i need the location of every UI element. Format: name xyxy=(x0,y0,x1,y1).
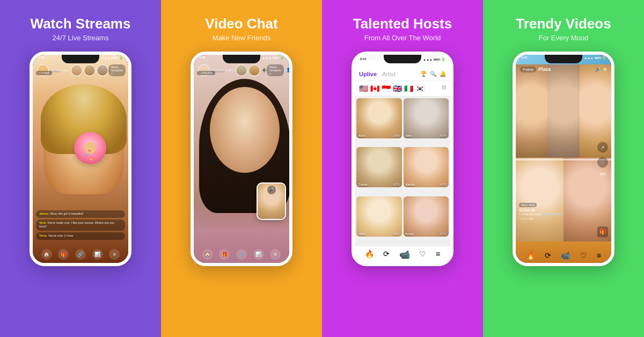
host-name-alice: Alice xyxy=(358,134,365,137)
phone2-add-icon[interactable]: ➕ xyxy=(262,68,267,72)
panel-trendy-videos: Trendy Videos For Every Mood 9 xyxy=(483,0,644,337)
phone-3-screen: 9:41 ▲▲▲ WiFi 🔋 Uplive Artist 🏆 🔍 🔔 🇺🇸 xyxy=(355,55,450,263)
phone3-header-icons: 🏆 🔍 🔔 xyxy=(420,71,446,77)
phone4-description: Loving this day! #withMyBestie xyxy=(519,213,563,216)
phone4-plaza-label: Plaza xyxy=(538,67,551,72)
panel-1-subtitle: 24/7 Live Streams xyxy=(53,34,109,42)
phone4-settings-icon[interactable]: ⚙ xyxy=(603,67,607,72)
phone-4-screen: 9:41 ▲▲▲ WiFi 🔋 Follow Plaza 🔊 ⚙ ↗ ♡ 345 xyxy=(516,55,611,263)
phone2-bottom-menu[interactable]: ≡ xyxy=(270,249,281,260)
phone-4-mockup: 9:41 ▲▲▲ WiFi 🔋 Follow Plaza 🔊 ⚙ ↗ ♡ 345 xyxy=(513,52,614,266)
phone4-side-heart[interactable]: ♡ xyxy=(597,157,608,167)
phone1-bottom-home[interactable]: 🏠 xyxy=(41,249,52,260)
phone3-nav-heart[interactable]: ♡ xyxy=(419,250,426,260)
flag-us[interactable]: 🇺🇸 xyxy=(359,84,368,93)
host-count-alex: 4376 xyxy=(440,134,447,137)
phone3-status-bar: 9:41 ▲▲▲ WiFi 🔋 xyxy=(355,56,450,61)
panel-2-title: Video Chat xyxy=(205,16,277,32)
phone3-bell-icon[interactable]: 🔔 xyxy=(440,71,446,77)
phone3-trophy-icon[interactable]: 🏆 xyxy=(420,71,427,77)
phone2-person-icon[interactable]: 👤 xyxy=(286,68,289,72)
host-name-alex: Alex xyxy=(406,134,412,137)
host-face-kristy xyxy=(404,196,449,237)
phone3-search-icon[interactable]: 🔍 xyxy=(430,71,436,77)
phone2-bottom-gift[interactable]: 🎁 xyxy=(219,249,230,260)
phone1-bottom-stats[interactable]: 📊 xyxy=(92,249,103,260)
filter-icon[interactable]: ⊟ xyxy=(442,84,446,93)
phone1-chat-overlay: James: Wow, this girl is beautiful! Vera… xyxy=(36,210,125,241)
panel-talented-hosts: Talented Hosts From All Over The World 9… xyxy=(322,0,483,337)
phone4-nav-fire[interactable]: 🔥 xyxy=(526,251,535,260)
phone2-bottom-share[interactable]: 🔗 xyxy=(236,249,247,260)
phone3-nav-fire[interactable]: 🔥 xyxy=(365,250,374,260)
phone2-more-streams[interactable]: More Streams > xyxy=(267,64,284,76)
phone4-nav-video[interactable]: 📹 xyxy=(561,251,570,260)
phone2-time: 9:41 xyxy=(199,56,206,60)
phone3-tab-uplive[interactable]: Uplive xyxy=(359,71,377,77)
phone4-side-share[interactable]: ↗ xyxy=(597,142,608,152)
panel-4-subtitle: For Every Mood xyxy=(539,34,588,42)
host-name-haley: Haley xyxy=(358,232,367,236)
phone4-gift-icon[interactable]: 🎁 xyxy=(597,226,608,237)
flag-gb[interactable]: 🇬🇧 xyxy=(393,84,402,93)
phone4-nav-menu[interactable]: ≡ xyxy=(597,251,601,260)
phone4-username[interactable]: @Zoe_kk xyxy=(519,208,563,212)
phone1-viewer-avatar-1 xyxy=(71,64,83,76)
phone3-nav-menu[interactable]: ≡ xyxy=(436,250,440,260)
phone4-nav-heart[interactable]: ♡ xyxy=(580,251,587,260)
panel-1-title: Watch Streams xyxy=(31,16,131,32)
phone4-volume-icon[interactable]: 🔊 xyxy=(595,67,601,72)
panel-video-chat: Video Chat Make New Friends 9:41 ▲▲▲ WiF… xyxy=(161,0,322,337)
flag-it[interactable]: 🇮🇹 xyxy=(404,84,413,93)
host-name-natalie: Natalie xyxy=(406,183,415,186)
phone1-time: 9:41 xyxy=(38,56,45,60)
phone1-bottom-gift[interactable]: 🎁 xyxy=(58,249,69,260)
phone3-tab-artist[interactable]: Artist xyxy=(382,71,396,77)
flag-id[interactable]: 🇮🇩 xyxy=(382,84,391,93)
phone4-time-ago: 3 days ago xyxy=(519,217,563,220)
phone2-pip: 🎤 xyxy=(257,182,286,220)
phone2-status-bar: 9:41 ▲▲▲ WiFi 🔋 xyxy=(194,56,289,60)
phone4-face-2 xyxy=(547,64,579,164)
host-cell-carlos[interactable]: Carlos 4276 xyxy=(356,147,402,187)
phone3-nav-refresh[interactable]: ⟳ xyxy=(383,250,390,260)
host-cell-haley[interactable]: Haley 5567 xyxy=(356,196,402,237)
phone4-status-bar: 9:41 ▲▲▲ WiFi 🔋 xyxy=(516,56,611,60)
phone3-nav-video[interactable]: 📹 xyxy=(399,250,410,260)
host-face-haley xyxy=(356,196,402,237)
phone2-bottom-home[interactable]: 🏠 xyxy=(202,249,213,260)
phone4-nav-refresh[interactable]: ⟳ xyxy=(545,251,551,260)
phone2-avatar-row xyxy=(236,64,260,76)
phone4-time: 9:41 xyxy=(521,56,528,60)
phone1-close-icon[interactable]: ✕ xyxy=(128,68,128,72)
phone1-bottom-share[interactable]: 🔗 xyxy=(75,249,86,260)
phone4-bottom-nav: 🔥 ⟳ 📹 ♡ ≡ xyxy=(516,251,611,260)
phone1-more-streams[interactable]: More Streams > xyxy=(108,64,126,76)
phone2-bottom-stats[interactable]: 📊 xyxy=(253,249,264,260)
phone4-face-1 xyxy=(516,64,547,164)
phone4-location: New York xyxy=(519,203,537,207)
phone-1-mockup: 9:41 ▲▲▲ WiFi 🔋 Bella 9,519 More Streams… xyxy=(30,52,131,266)
phone1-bottom-menu[interactable]: ≡ xyxy=(109,249,120,260)
host-name-kristy: Kristy xyxy=(406,232,414,236)
panel-3-title: Talented Hosts xyxy=(353,16,452,32)
panel-4-title: Trendy Videos xyxy=(516,16,611,32)
host-cell-natalie[interactable]: Natalie 4276 xyxy=(404,147,449,187)
host-cell-kristy[interactable]: Kristy 4776 xyxy=(404,196,449,237)
phone1-bottom-bar: 🏠 🎁 🔗 📊 ≡ xyxy=(33,249,128,260)
host-face-alex xyxy=(404,98,449,138)
phone1-streamer-name: Bella xyxy=(50,68,60,72)
host-cell-alex[interactable]: Alex 4376 xyxy=(404,98,449,138)
phone2-viewer-badge: ○235253 xyxy=(197,71,215,75)
phone3-host-grid: Alice 2089 Alex 4376 Carlos 4276 xyxy=(355,97,450,246)
phone-2-screen: 9:41 ▲▲▲ WiFi 🔋 Niibeth 9,858 ➕ More Str… xyxy=(194,55,289,263)
flag-kr[interactable]: 🇰🇷 xyxy=(415,84,425,93)
phone4-signal: ▲▲▲ WiFi 🔋 xyxy=(584,56,606,60)
phone2-bottom-bar: 🏠 🎁 🔗 📊 ≡ xyxy=(194,249,289,260)
flag-ca[interactable]: 🇨🇦 xyxy=(370,84,379,93)
phone4-follow-button[interactable]: Follow xyxy=(520,67,536,72)
host-cell-alice[interactable]: Alice 2089 xyxy=(356,98,402,138)
phone1-viewer-avatar-2 xyxy=(84,64,96,76)
host-face-alice xyxy=(356,98,402,138)
phone4-app-header: Follow Plaza 🔊 ⚙ xyxy=(516,64,611,75)
